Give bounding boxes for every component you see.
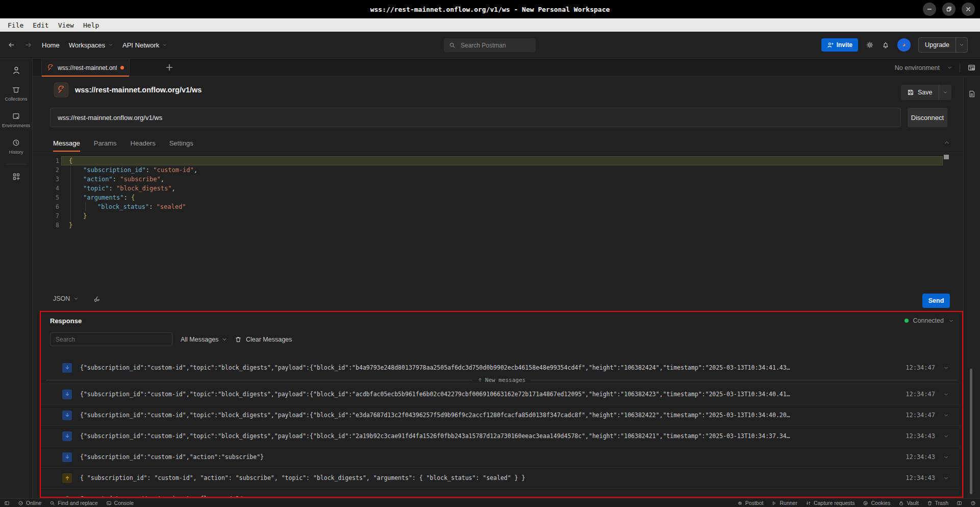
tab-headers[interactable]: Headers bbox=[131, 134, 156, 153]
chevron-down-icon[interactable] bbox=[948, 318, 954, 324]
received-arrow-icon bbox=[62, 411, 72, 420]
editor-line: 5 "arguments": { bbox=[33, 193, 963, 202]
add-tab-button[interactable] bbox=[164, 62, 174, 73]
message-row[interactable]: {"subscription_id":"custom-id","topic":"… bbox=[41, 425, 962, 446]
trash-icon bbox=[235, 336, 242, 343]
help-icon[interactable] bbox=[970, 500, 976, 506]
console-icon bbox=[106, 500, 112, 506]
editor-line: 6 "block_status": "sealed" bbox=[33, 202, 963, 211]
avatar[interactable] bbox=[897, 38, 911, 52]
bell-icon[interactable] bbox=[882, 41, 890, 49]
clear-messages-button[interactable]: Clear Messages bbox=[235, 332, 292, 346]
message-row[interactable]: {"subscription_id":"custom-id","topic":"… bbox=[41, 383, 962, 404]
response-scrollbar[interactable] bbox=[970, 369, 972, 494]
postbot-button[interactable]: Postbot bbox=[737, 500, 764, 506]
menu-file[interactable]: File bbox=[3, 18, 28, 32]
capture-requests-button[interactable]: Capture requests bbox=[806, 500, 855, 506]
save-options-chevron[interactable] bbox=[939, 85, 951, 100]
chevron-down-icon[interactable] bbox=[943, 454, 949, 460]
runner-button[interactable]: Runner bbox=[771, 500, 797, 506]
send-button[interactable]: Send bbox=[922, 294, 950, 308]
message-row[interactable]: Connected to wss://rest-mainnet.onflow.o… bbox=[41, 488, 962, 497]
environment-label[interactable]: No environment bbox=[895, 64, 940, 71]
chevron-down-icon[interactable] bbox=[943, 392, 949, 397]
editor-line: 8 } bbox=[33, 221, 963, 230]
console-button[interactable]: Console bbox=[106, 500, 134, 506]
nav-api-network[interactable]: API Network bbox=[122, 41, 167, 49]
online-status[interactable]: Online bbox=[18, 500, 41, 506]
chevron-down-icon[interactable] bbox=[947, 65, 952, 70]
nav-home[interactable]: Home bbox=[42, 41, 60, 49]
disconnect-button[interactable]: Disconnect bbox=[908, 108, 947, 127]
nav-right: Invite Upgrade bbox=[821, 32, 968, 58]
search-icon bbox=[49, 500, 55, 506]
chevron-down-icon[interactable] bbox=[956, 38, 967, 52]
trash-button[interactable]: Trash bbox=[927, 500, 948, 506]
tab-params[interactable]: Params bbox=[94, 134, 117, 153]
chevron-down-icon bbox=[222, 337, 227, 342]
message-row[interactable]: { "subscription_id": "custom-id", "actio… bbox=[41, 467, 962, 488]
trash-icon bbox=[927, 500, 933, 506]
gear-icon[interactable] bbox=[866, 41, 874, 49]
upgrade-button[interactable]: Upgrade bbox=[918, 37, 968, 53]
menu-help[interactable]: Help bbox=[79, 18, 104, 32]
nav-workspaces[interactable]: Workspaces bbox=[69, 41, 113, 49]
vault-button[interactable]: Vault bbox=[898, 500, 918, 506]
tab-message[interactable]: Message bbox=[53, 134, 80, 153]
environment-quicklook-icon[interactable] bbox=[967, 63, 976, 72]
status-badge: Connected bbox=[913, 317, 944, 324]
menubar: File Edit View Help bbox=[0, 18, 980, 32]
forward-arrow-icon[interactable] bbox=[24, 41, 33, 49]
save-button[interactable]: Save bbox=[901, 85, 951, 100]
tab-settings[interactable]: Settings bbox=[169, 134, 193, 153]
received-arrow-icon bbox=[62, 390, 72, 399]
search-input[interactable] bbox=[460, 41, 523, 50]
user-icon[interactable] bbox=[12, 66, 21, 75]
configure-sidebar-icon[interactable] bbox=[0, 173, 32, 181]
url-input[interactable] bbox=[50, 108, 901, 127]
global-search[interactable] bbox=[444, 38, 536, 52]
back-arrow-icon[interactable] bbox=[7, 41, 15, 49]
status-bar-right: Postbot Runner Capture requests Cookies … bbox=[729, 500, 976, 506]
chevron-down-icon[interactable] bbox=[943, 475, 949, 481]
documentation-icon[interactable] bbox=[968, 90, 976, 98]
editor-line: 4 "topic": "block_digests", bbox=[33, 184, 963, 193]
menu-view[interactable]: View bbox=[54, 18, 79, 32]
received-arrow-icon bbox=[62, 363, 72, 373]
message-row[interactable]: {"subscription_id":"custom-id","topic":"… bbox=[41, 404, 962, 425]
message-row[interactable]: {"subscription_id":"custom-id","action":… bbox=[41, 446, 962, 467]
sidebar-item-environments[interactable]: Environments bbox=[0, 112, 32, 128]
invite-button[interactable]: Invite bbox=[821, 38, 858, 52]
close-button[interactable] bbox=[962, 3, 975, 16]
connection-status[interactable]: Connected bbox=[904, 317, 954, 324]
chevron-down-icon[interactable] bbox=[943, 496, 949, 497]
collapse-section-icon[interactable] bbox=[944, 139, 950, 146]
menu-edit[interactable]: Edit bbox=[28, 18, 53, 32]
request-tab[interactable]: wss://rest-mainnet.onflow.org/v1/ws bbox=[41, 59, 130, 77]
two-pane-view-icon[interactable] bbox=[957, 500, 962, 506]
find-and-replace[interactable]: Find and replace bbox=[49, 500, 97, 506]
cookies-button[interactable]: Cookies bbox=[863, 500, 890, 506]
message-editor[interactable]: 1 { 2 "subscription_id": "custom-id", 3 … bbox=[33, 153, 963, 292]
connected-check-icon bbox=[62, 494, 72, 497]
chevron-down-icon[interactable] bbox=[943, 433, 949, 439]
chevron-down-icon[interactable] bbox=[943, 413, 949, 418]
sidebar-item-history[interactable]: History bbox=[0, 138, 32, 155]
minimize-button[interactable] bbox=[923, 3, 936, 16]
new-messages-divider[interactable]: New messages bbox=[41, 376, 962, 383]
message-format-select[interactable]: JSON bbox=[53, 295, 79, 302]
person-plus-icon bbox=[827, 42, 834, 49]
message-row[interactable]: {"subscription_id":"custom-id","topic":"… bbox=[41, 359, 962, 376]
beautify-icon[interactable] bbox=[92, 296, 100, 303]
message-filter-select[interactable]: All Messages bbox=[181, 332, 227, 346]
response-search-input[interactable] bbox=[50, 332, 172, 346]
chevron-down-icon[interactable] bbox=[943, 365, 949, 371]
toggle-sidebar-icon[interactable] bbox=[4, 500, 10, 506]
chevron-down-icon bbox=[108, 42, 113, 47]
message-list: {"subscription_id":"custom-id","topic":"… bbox=[41, 359, 962, 497]
sidebar-item-collections[interactable]: Collections bbox=[0, 85, 32, 102]
unsaved-dot bbox=[120, 66, 124, 69]
restore-button[interactable] bbox=[942, 3, 956, 16]
chevron-down-icon bbox=[73, 296, 79, 301]
arrow-up-icon bbox=[478, 377, 483, 382]
